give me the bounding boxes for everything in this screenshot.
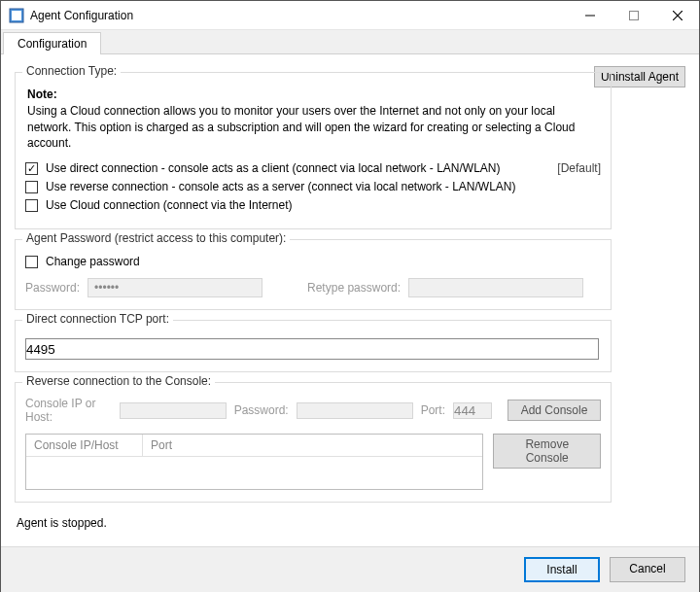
tab-configuration[interactable]: Configuration	[3, 32, 101, 54]
connection-note: Note: Using a Cloud connection allows yo…	[27, 87, 601, 152]
console-ip-label: Console IP or Host:	[25, 397, 112, 424]
change-password-checkbox[interactable]	[25, 256, 38, 268]
remove-console-button[interactable]: Remove Console	[493, 434, 601, 469]
note-label: Note:	[27, 87, 57, 101]
svg-rect-1	[12, 11, 21, 20]
console-ip-input[interactable]	[120, 402, 227, 419]
titlebar: Agent Configuration	[1, 1, 699, 30]
direct-port-input[interactable]	[25, 338, 599, 360]
change-password-label: Change password	[46, 255, 140, 268]
agent-password-group: Agent Password (restrict access to this …	[15, 239, 612, 310]
direct-port-legend: Direct connection TCP port:	[22, 312, 173, 326]
retype-password-label: Retype password:	[307, 281, 401, 295]
footer: Install Cancel	[1, 546, 699, 592]
reverse-port-input[interactable]	[453, 402, 492, 419]
window-title: Agent Configuration	[30, 9, 568, 22]
agent-status: Agent is stopped.	[17, 516, 685, 530]
reverse-connection-label: Use reverse connection - console acts as…	[46, 180, 516, 193]
password-label: Password:	[25, 281, 80, 295]
install-button[interactable]: Install	[524, 557, 600, 582]
reverse-connection-checkbox[interactable]	[25, 181, 38, 193]
reverse-connection-legend: Reverse connection to the Console:	[22, 374, 215, 388]
direct-port-group: Direct connection TCP port:	[15, 320, 612, 372]
direct-connection-checkbox[interactable]	[25, 162, 38, 175]
retype-password-input[interactable]	[408, 278, 583, 297]
connection-type-group: Connection Type: Note: Using a Cloud con…	[15, 72, 612, 229]
svg-rect-3	[629, 11, 638, 19]
tab-strip: Configuration	[1, 30, 699, 54]
reverse-password-label: Password:	[234, 403, 289, 417]
col-port: Port	[143, 435, 482, 456]
password-input[interactable]	[88, 278, 262, 297]
connection-type-legend: Connection Type:	[22, 64, 121, 78]
maximize-button[interactable]	[612, 1, 655, 29]
reverse-port-label: Port:	[421, 403, 445, 417]
cloud-connection-label: Use Cloud connection (connect via the In…	[46, 198, 292, 212]
col-console-ip: Console IP/Host	[26, 435, 143, 456]
app-icon	[9, 8, 24, 23]
note-text: Using a Cloud connection allows you to m…	[27, 104, 575, 151]
cancel-button[interactable]: Cancel	[610, 557, 685, 582]
default-tag: [Default]	[557, 161, 601, 175]
cloud-connection-checkbox[interactable]	[25, 199, 38, 212]
minimize-button[interactable]	[568, 1, 612, 29]
close-button[interactable]	[655, 1, 699, 29]
console-list[interactable]: Console IP/Host Port	[25, 434, 483, 490]
reverse-connection-group: Reverse connection to the Console: Conso…	[15, 382, 612, 503]
reverse-password-input[interactable]	[297, 402, 413, 419]
console-list-header: Console IP/Host Port	[26, 435, 482, 457]
agent-password-legend: Agent Password (restrict access to this …	[22, 231, 290, 245]
direct-connection-label: Use direct connection - console acts as …	[46, 161, 501, 175]
add-console-button[interactable]: Add Console	[508, 400, 601, 421]
